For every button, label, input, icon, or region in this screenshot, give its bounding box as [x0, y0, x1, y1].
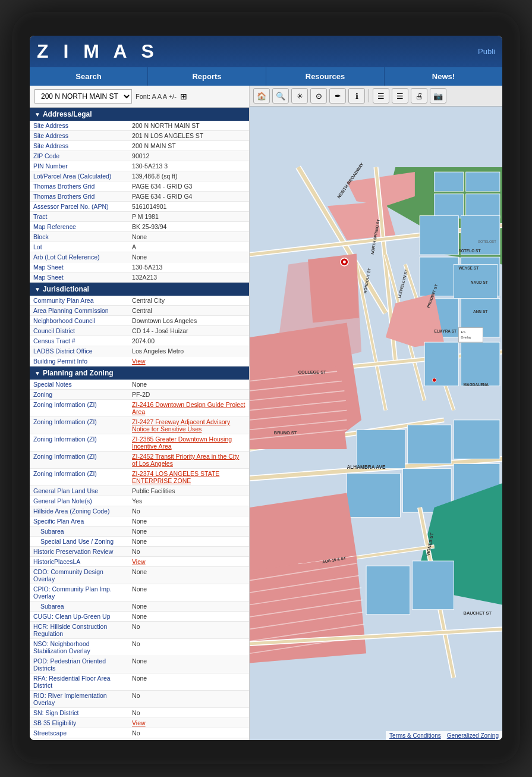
map-list2-button[interactable]: ☰ — [392, 88, 408, 104]
field-value: Yes — [128, 496, 249, 506]
zi-2416-link[interactable]: ZI-2416 Downtown Design Guide Project Ar… — [132, 401, 245, 415]
field-value: 132A213 — [128, 272, 249, 283]
field-label: Community Plan Area — [30, 296, 128, 306]
table-row: HCR: Hillside Construction RegulationNo — [30, 622, 249, 639]
svg-rect-26 — [420, 257, 458, 296]
table-row: General Plan Land UsePublic Facilities — [30, 486, 249, 496]
field-label: Assessor Parcel No. (APN) — [30, 202, 128, 212]
toolbar-divider — [369, 89, 369, 102]
svg-rect-69 — [366, 566, 410, 615]
map-camera-button[interactable]: 📷 — [430, 88, 446, 104]
svg-marker-59 — [250, 556, 366, 663]
table-row: Site Address200 N MAIN ST — [30, 141, 249, 151]
field-value[interactable]: View — [128, 557, 249, 567]
table-row: CPIO: Community Plan Imp. OverlayNone — [30, 584, 249, 601]
map-asterisk-button[interactable]: ✳ — [291, 88, 308, 104]
nav-search[interactable]: Search — [30, 67, 148, 86]
table-row: POD: Pedestrian Oriented DistrictsNone — [30, 656, 249, 673]
svg-text:ANN ST: ANN ST — [473, 309, 487, 314]
zi-2452-link[interactable]: ZI-2452 Transit Priority Area in the Cit… — [132, 453, 239, 467]
field-label: Zoning Information (ZI) — [30, 469, 128, 486]
historic-places-link[interactable]: View — [132, 558, 146, 565]
field-label: Special Land Use / Zoning — [30, 537, 128, 547]
field-value: None — [128, 252, 249, 262]
map-info-button[interactable]: ℹ — [348, 88, 365, 104]
svg-rect-2 — [435, 172, 464, 192]
table-row: Council DistrictCD 14 - José Huizar — [30, 326, 249, 336]
field-value[interactable]: View — [128, 718, 249, 728]
field-value: No — [128, 708, 249, 718]
field-label: Site Address — [30, 141, 128, 151]
field-label: Census Tract # — [30, 336, 128, 346]
map-list1-button[interactable]: ☰ — [373, 88, 389, 104]
table-row: SubareaNone — [30, 601, 249, 612]
building-permit-link[interactable]: View — [132, 358, 146, 365]
table-row: Site Address200 N NORTH MAIN ST — [30, 121, 249, 131]
tablet-screen: Z I M A S Publi Search Reports Resources… — [30, 36, 502, 740]
field-label: Subarea — [30, 601, 128, 612]
field-value: None — [128, 673, 249, 691]
address-bar: 200 N NORTH MAIN ST Font: A A A +/- ⊞ — [30, 86, 249, 108]
table-row: Adaptive Reuse Incentive AreaAdaptive Re… — [30, 738, 249, 741]
field-value[interactable]: ZI-2416 Downtown Design Guide Project Ar… — [128, 400, 249, 417]
svg-text:ES: ES — [461, 330, 466, 334]
field-value[interactable]: ZI-2452 Transit Priority Area in the Cit… — [128, 452, 249, 469]
map-pen-button[interactable]: ✒ — [329, 88, 346, 104]
nav-resources[interactable]: Resources — [266, 67, 385, 86]
section-address-legal[interactable]: ▼ Address/Legal — [30, 108, 249, 121]
table-row: BlockNone — [30, 232, 249, 242]
svg-marker-37 — [250, 366, 347, 449]
left-panel: 200 N NORTH MAIN ST Font: A A A +/- ⊞ ▼ … — [30, 86, 250, 740]
zi-2374-link[interactable]: ZI-2374 LOS ANGELES STATE ENTERPRISE ZON… — [132, 470, 219, 484]
field-label: SB 35 Eligibility — [30, 718, 128, 728]
table-row: LADBS District OfficeLos Angeles Metro — [30, 346, 249, 356]
map-footer: Terms & Conditions Generalized Zoning — [386, 731, 502, 740]
table-row: Census Tract #2074.00 — [30, 336, 249, 346]
map-print-button[interactable]: 🖨 — [411, 88, 427, 104]
field-value[interactable]: View — [128, 356, 249, 366]
svg-rect-48 — [408, 425, 452, 463]
table-row: Thomas Brothers GridPAGE 634 - GRID G3 — [30, 181, 249, 192]
map-home-button[interactable]: 🏠 — [253, 88, 270, 104]
map-toolbar: 🏠 🔍 ✳ ⊙ ✒ ℹ ☰ ☰ 🖨 📷 — [250, 86, 502, 106]
table-row: Building Permit InfoView — [30, 356, 249, 366]
section-jurisdictional[interactable]: ▼ Jurisdictional — [30, 283, 249, 296]
field-value[interactable]: ZI-2385 Greater Downtown Housing Incenti… — [128, 434, 249, 452]
svg-text:COLLEGE ST: COLLEGE ST — [298, 369, 326, 375]
field-label: Specific Plan Area — [30, 516, 128, 527]
field-label: Arb (Lot Cut Reference) — [30, 252, 128, 262]
section-arrow-icon: ▼ — [34, 370, 40, 377]
svg-text:WEYSE ST: WEYSE ST — [458, 266, 479, 270]
terms-conditions-link[interactable]: Terms & Conditions — [389, 732, 441, 739]
field-value: None — [128, 537, 249, 547]
table-row: SN: Sign DistrictNo — [30, 708, 249, 718]
svg-rect-47 — [357, 430, 405, 468]
table-row: RFA: Residential Floor Area DistrictNone — [30, 673, 249, 691]
field-value: A — [128, 242, 249, 252]
section-planning-zoning[interactable]: ▼ Planning and Zoning — [30, 366, 249, 380]
zi-2385-link[interactable]: ZI-2385 Greater Downtown Housing Incenti… — [132, 436, 232, 450]
generalized-zoning-link[interactable]: Generalized Zoning — [447, 732, 499, 739]
map-circle-button[interactable]: ⊙ — [310, 88, 327, 104]
field-value: 2074.00 — [128, 336, 249, 346]
map-svg[interactable]: NORTH BROADWAY NORTH SPRING ST RONDOUT S… — [250, 106, 502, 738]
table-row: PIN Number130-5A213 3 — [30, 161, 249, 171]
field-label: General Plan Note(s) — [30, 496, 128, 506]
zi-2427-link[interactable]: ZI-2427 Freeway Adjacent Advisory Notice… — [132, 418, 230, 433]
nav-news[interactable]: News! — [385, 67, 502, 86]
table-row: CDO: Community Design OverlayNone — [30, 567, 249, 584]
address-select[interactable]: 200 N NORTH MAIN ST — [34, 89, 132, 104]
field-label: HCR: Hillside Construction Regulation — [30, 622, 128, 639]
sb35-link[interactable]: View — [132, 719, 146, 726]
header: Z I M A S Publi — [30, 36, 502, 67]
svg-text:BRUNO ST: BRUNO ST — [274, 430, 297, 436]
field-value[interactable]: ZI-2374 LOS ANGELES STATE ENTERPRISE ZON… — [128, 469, 249, 486]
field-value: Central City — [128, 296, 249, 306]
field-value: None — [128, 584, 249, 601]
field-value[interactable]: ZI-2427 Freeway Adjacent Advisory Notice… — [128, 417, 249, 434]
field-label: Lot — [30, 242, 128, 252]
nav-reports[interactable]: Reports — [148, 67, 266, 86]
table-row: SB 35 EligibilityView — [30, 718, 249, 728]
map-zoom-button[interactable]: 🔍 — [272, 88, 289, 104]
field-value: No — [128, 622, 249, 639]
